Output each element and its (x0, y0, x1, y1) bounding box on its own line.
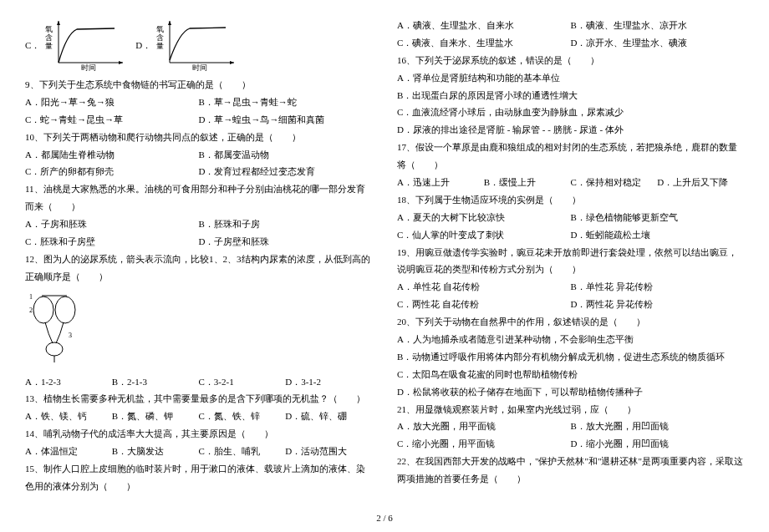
q21d: D．缩小光圈，用凹面镜 (571, 435, 745, 453)
q21a: A．放大光圈，用平面镜 (397, 418, 571, 435)
q16c: C．血液流经肾小球后，由动脉血变为静脉血，尿素减少 (397, 104, 744, 121)
q11a: A．子房和胚珠 (25, 215, 199, 233)
q17b: B．缓慢上升 (484, 174, 571, 191)
svg-marker-3 (57, 21, 60, 25)
q9b: B．草→昆虫→青蛙→蛇 (199, 94, 373, 111)
q21c: C．缩小光圈，用平面镜 (397, 435, 571, 453)
q17d: D．上升后又下降 (657, 174, 744, 191)
q19-options: A．单性花 自花传粉 B．单性花 异花传粉 C．两性花 自花传粉 D．两性花 异… (397, 278, 744, 313)
q11c: C．胚珠和子房壁 (25, 233, 199, 251)
page-number: 2 / 6 (376, 509, 393, 527)
svg-marker-9 (230, 61, 234, 64)
svg-text:氧: 氧 (45, 25, 53, 33)
q18c: C．仙人掌的叶变成了刺状 (397, 226, 571, 244)
q12b: B．2-1-3 (112, 373, 199, 391)
q14: 14、哺乳动物子代的成活率大大提高，其主要原因是（ ） (25, 425, 372, 443)
right-column: A．碘液、生理盐水、自来水 B．碘液、生理盐水、凉开水 C．碘液、自来水、生理盐… (397, 17, 744, 495)
q20b: B．动物通过呼吸作用将体内部分有机物分解成无机物，促进生态系统的物质循环 (397, 348, 744, 366)
option-d-label: D． (135, 37, 151, 54)
q9c: C．蛇→青蛙→昆虫→草 (25, 111, 199, 129)
q12d: D．3-1-2 (285, 373, 372, 391)
q9: 9、下列关于生态系统中食物链的书写正确的是（ ） (25, 76, 372, 94)
oxygen-curve-chart-c: 氧 含 量 时间 (43, 17, 127, 71)
left-column: C． 氧 含 量 时间 D． (25, 17, 372, 495)
svg-text:含: 含 (156, 33, 164, 42)
q11-options: A．子房和胚珠 B．胚珠和子房 C．胚珠和子房壁 D．子房壁和胚珠 (25, 215, 372, 251)
q13d: D．硫、锌、硼 (285, 408, 372, 425)
q19d: D．两性花 异花传粉 (571, 296, 745, 313)
q16: 16、下列关于泌尿系统的叙述，错误的是（ ） (397, 52, 744, 69)
q20: 20、下列关于动物在自然界中的作用，叙述错误的是（ ） (397, 313, 744, 331)
q13a: A．铁、镁、钙 (25, 408, 112, 425)
q18-options: A．夏天的大树下比较凉快 B．绿色植物能够更新空气 C．仙人掌的叶变成了刺状 D… (397, 209, 744, 244)
q15: 15、制作人口腔上皮细胞的临时装片时，用于漱口的液体、载玻片上滴加的液体、染色用… (25, 460, 372, 495)
q10-options: A．都属陆生脊椎动物 B．都属变温动物 C．所产的卵都有卵壳 D．发育过程都经过… (25, 146, 372, 181)
q18: 18、下列属于生物适应环境的实例是（ ） (397, 191, 744, 209)
q11: 11、油桃是大家熟悉的水果。油桃的可食用部分和种子分别由油桃花的哪一部分发育而来… (25, 180, 372, 215)
option-c-label: C． (25, 37, 40, 54)
q9-options: A．阳光→草→兔→狼 B．草→昆虫→青蛙→蛇 C．蛇→青蛙→昆虫→草 D．草→蝗… (25, 94, 372, 129)
q9d: D．草→蝗虫→鸟→细菌和真菌 (199, 111, 373, 129)
svg-text:量: 量 (45, 42, 53, 50)
q20c: C．太阳鸟在吸食花蜜的同时也帮助植物传粉 (397, 366, 744, 383)
q10a: A．都属陆生脊椎动物 (25, 146, 199, 164)
q15b: B．碘液、生理盐水、凉开水 (571, 17, 745, 34)
q13c: C．氮、铁、锌 (199, 408, 286, 425)
q16d: D．尿液的排出途径是肾脏 - 输尿管 - - 膀胱 - 尿道 - 体外 (397, 121, 744, 139)
urinary-system-diagram: 1 2 3 (25, 289, 84, 364)
q15d: D．凉开水、生理盐水、碘液 (571, 34, 745, 52)
q13b: B．氮、磷、钾 (112, 408, 199, 425)
q14c: C．胎生、哺乳 (199, 443, 286, 460)
q19a: A．单性花 自花传粉 (397, 278, 571, 296)
q12a: A．1-2-3 (25, 373, 112, 391)
oxygen-curve-chart-d: 氧 含 量 时间 (155, 17, 238, 71)
chart-c: C． 氧 含 量 时间 (25, 17, 127, 71)
q13: 13、植物生长需要多种无机盐，其中需要量最多的是含下列哪项的无机盐？（ ） (25, 390, 372, 408)
q21b: B．放大光圈，用凹面镜 (571, 418, 745, 435)
q14d: D．活动范围大 (285, 443, 372, 460)
q12: 12、图为人的泌尿系统，箭头表示流向，比较1、2、3结构内尿素的浓度，从低到高的… (25, 251, 372, 286)
svg-point-18 (46, 342, 63, 356)
svg-text:量: 量 (156, 42, 164, 50)
q18a: A．夏天的大树下比较凉快 (397, 209, 571, 226)
q15-options: A．碘液、生理盐水、自来水 B．碘液、生理盐水、凉开水 C．碘液、自来水、生理盐… (397, 17, 744, 52)
q10b: B．都属变温动物 (199, 146, 373, 164)
q10: 10、下列关于两栖动物和爬行动物共同点的叙述，正确的是（ ） (25, 129, 372, 146)
q14-options: A．体温恒定 B．大脑发达 C．胎生、哺乳 D．活动范围大 (25, 443, 372, 460)
q20a: A．人为地捕杀或者随意引进某种动物，不会影响生态平衡 (397, 331, 744, 348)
svg-text:1: 1 (29, 293, 33, 301)
q18b: B．绿色植物能够更新空气 (571, 209, 745, 226)
q16a: A．肾单位是肾脏结构和功能的基本单位 (397, 69, 744, 87)
svg-text:氧: 氧 (156, 25, 164, 33)
q19: 19、用豌豆做遗传学实验时，豌豆花未开放前即进行套袋处理，依然可以结出豌豆，说明… (397, 244, 744, 279)
q10c: C．所产的卵都有卵壳 (25, 163, 199, 180)
q15a: A．碘液、生理盐水、自来水 (397, 17, 571, 34)
q12-options: A．1-2-3 B．2-1-3 C．3-2-1 D．3-1-2 (25, 373, 372, 391)
q22: 22、在我国西部大开发的战略中，"保护天然林"和"退耕还林"是两项重要内容，采取… (397, 453, 744, 488)
q11d: D．子房壁和胚珠 (199, 233, 373, 251)
svg-point-17 (55, 296, 75, 323)
q17c: C．保持相对稳定 (571, 174, 658, 191)
q11b: B．胚珠和子房 (199, 215, 373, 233)
q9a: A．阳光→草→兔→狼 (25, 94, 199, 111)
q17: 17、假设一个草原是由鹿和狼组成的相对封闭的生态系统，若把狼杀绝，鹿群的数量将（… (397, 139, 744, 174)
svg-marker-11 (168, 21, 171, 25)
q14b: B．大脑发达 (112, 443, 199, 460)
svg-text:2: 2 (29, 307, 33, 314)
q17a: A．迅速上升 (397, 174, 484, 191)
svg-marker-1 (119, 61, 123, 64)
svg-point-16 (33, 296, 53, 323)
svg-text:含: 含 (45, 33, 53, 42)
q19c: C．两性花 自花传粉 (397, 296, 571, 313)
q14a: A．体温恒定 (25, 443, 112, 460)
chart-row: C． 氧 含 量 时间 D． (25, 17, 372, 71)
q16b: B．出现蛋白尿的原因是肾小球的通透性增大 (397, 87, 744, 104)
q13-options: A．铁、镁、钙 B．氮、磷、钾 C．氮、铁、锌 D．硫、锌、硼 (25, 408, 372, 425)
svg-text:3: 3 (69, 332, 72, 339)
q21-options: A．放大光圈，用平面镜 B．放大光圈，用凹面镜 C．缩小光圈，用平面镜 D．缩小… (397, 418, 744, 453)
svg-text:时间: 时间 (81, 63, 96, 71)
q17-options: A．迅速上升 B．缓慢上升 C．保持相对稳定 D．上升后又下降 (397, 174, 744, 191)
q20d: D．松鼠将收获的松子储存在地面下，可以帮助植物传播种子 (397, 383, 744, 401)
q18d: D．蚯蚓能疏松土壤 (571, 226, 745, 244)
q21: 21、用显微镜观察装片时，如果室内光线过弱，应（ ） (397, 401, 744, 418)
